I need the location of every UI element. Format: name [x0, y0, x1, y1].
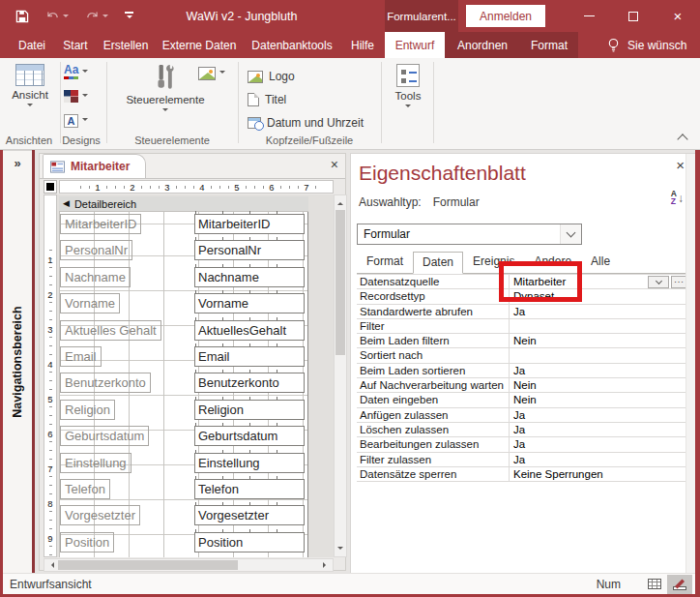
property-row[interactable]: Bearbeitungen zulassen Ja ... [357, 437, 689, 452]
field-label[interactable]: Vorgesetzter [60, 505, 140, 525]
property-value[interactable]: Ja ... [510, 305, 689, 318]
field-label[interactable]: Vorname [60, 293, 120, 313]
close-button[interactable]: × [656, 0, 700, 32]
tab-anordnen[interactable]: Anordnen [445, 32, 520, 58]
date-time-button[interactable]: Datum und Uhrzeit [248, 116, 364, 130]
property-row[interactable]: Beim Laden sortieren Ja ... [357, 364, 689, 378]
field-textbox[interactable]: Benutzerkonto [194, 373, 305, 393]
property-value[interactable]: Ja ... [510, 437, 689, 451]
field-label[interactable]: Nachname [60, 267, 131, 287]
panel-close-icon[interactable]: × [676, 158, 685, 172]
property-value[interactable]: Nein ... [510, 378, 689, 392]
property-value[interactable]: Ja ... [510, 364, 689, 377]
scroll-down-icon[interactable] [337, 547, 343, 552]
view-button[interactable]: Ansicht [8, 64, 52, 109]
field-textbox[interactable]: Nachname [194, 267, 305, 287]
tab-entwurf-active[interactable]: Entwurf [385, 32, 445, 58]
vertical-scrollbar[interactable] [334, 194, 347, 557]
tab-format[interactable]: Format [520, 32, 578, 58]
property-row[interactable]: Sortiert nach ... [357, 348, 689, 363]
property-row[interactable]: Anfügen zulassen Ja ... [357, 408, 689, 423]
property-row[interactable]: Filter zulassen Ja ... [357, 453, 689, 467]
expand-navigation-button[interactable]: » [3, 151, 32, 170]
panel-scrollbar[interactable] [685, 154, 695, 573]
save-button[interactable] [15, 10, 29, 23]
field-label[interactable]: Telefon [60, 479, 110, 499]
sort-az-button[interactable]: AZ ↓ [671, 191, 684, 205]
document-tab-mitarbeiter[interactable]: Mitarbeiter [43, 154, 146, 178]
field-label[interactable]: MitarbeiterID [60, 214, 141, 234]
insert-image-button[interactable] [198, 67, 225, 80]
tell-me-button[interactable]: Sie wünsch [607, 32, 700, 58]
property-value[interactable]: Ja ... [510, 453, 689, 466]
property-tab-alle[interactable]: Alle [581, 251, 620, 273]
vertical-scrollbar-thumb[interactable] [335, 210, 345, 355]
horizontal-scrollbar-thumb[interactable] [58, 560, 238, 570]
tab-hilfe[interactable]: Hilfe [340, 32, 385, 58]
field-textbox[interactable]: AktuellesGehalt [194, 320, 305, 341]
title-button[interactable]: Titel [248, 93, 286, 106]
fonts-button[interactable]: A [64, 114, 88, 128]
combobox-dropdown-button[interactable] [560, 224, 581, 244]
undo-button[interactable] [45, 11, 69, 21]
scroll-right-icon[interactable] [323, 562, 329, 568]
property-row[interactable]: Datensätze sperren Keine Sperrungen ... [357, 467, 689, 482]
property-row[interactable]: Auf Nachverarbeitung warten Nein ... [357, 378, 689, 393]
object-selector-combobox[interactable]: Formular [357, 224, 582, 245]
property-row[interactable]: Filter ... [357, 319, 689, 334]
field-label[interactable]: PersonalNr [60, 240, 132, 260]
property-value[interactable]: Ja ... [510, 408, 689, 422]
field-textbox[interactable]: Email [194, 346, 305, 367]
tab-erstellen[interactable]: Erstellen [97, 32, 155, 58]
field-label[interactable]: Position [60, 532, 114, 552]
field-label[interactable]: Benutzerkonto [60, 373, 151, 393]
property-value[interactable]: ... [510, 319, 689, 333]
collapse-ribbon-button[interactable] [675, 132, 690, 145]
field-textbox[interactable]: Einstellung [194, 453, 305, 473]
horizontal-scrollbar[interactable] [44, 558, 334, 572]
field-textbox[interactable]: PersonalNr [194, 240, 305, 260]
property-value[interactable]: ... [510, 348, 689, 362]
field-textbox[interactable]: Vorgesetzter [194, 505, 305, 525]
field-label[interactable]: Religion [60, 400, 115, 420]
minimize-button[interactable] [567, 0, 611, 32]
tab-start[interactable]: Start [54, 32, 97, 58]
tools-button[interactable]: Tools [387, 64, 429, 110]
datasheet-view-button[interactable] [642, 575, 667, 594]
maximize-button[interactable] [611, 0, 656, 32]
navigation-pane-divider[interactable] [32, 150, 35, 573]
property-value[interactable]: Nein ... [510, 393, 689, 406]
property-row[interactable]: Daten eingeben Nein ... [357, 393, 689, 407]
customize-qat-button[interactable] [125, 12, 133, 21]
field-textbox[interactable]: MitarbeiterID [194, 214, 305, 234]
field-label[interactable]: Geburtsdatum [60, 426, 149, 446]
field-label[interactable]: Aktuelles Gehalt [60, 320, 161, 341]
form-selector-button[interactable] [44, 180, 57, 194]
field-textbox[interactable]: Geburtsdatum [194, 426, 305, 446]
document-close-icon[interactable]: × [331, 158, 338, 171]
field-textbox[interactable]: Vorname [194, 293, 305, 313]
scroll-up-icon[interactable] [337, 199, 343, 205]
property-tab-format[interactable]: Format [357, 251, 413, 273]
property-row[interactable]: Beim Laden filtern Nein ... [357, 334, 689, 348]
property-row[interactable]: Standardwerte abrufen Ja ... [357, 305, 689, 319]
logo-button[interactable]: Logo [248, 70, 295, 83]
field-textbox[interactable]: Position [194, 532, 305, 552]
property-value[interactable]: Nein ... [510, 334, 689, 347]
tab-datenbanktools[interactable]: Datenbanktools [244, 32, 340, 58]
property-row[interactable]: Löschen zulassen Ja ... [357, 423, 689, 437]
field-textbox[interactable]: Religion [194, 400, 305, 420]
navigation-pane-collapsed[interactable]: » Navigationsbereich [3, 150, 32, 573]
tab-externe-daten[interactable]: Externe Daten [155, 32, 244, 58]
scroll-left-icon[interactable] [48, 562, 54, 568]
field-label[interactable]: Email [60, 346, 102, 367]
sign-in-button[interactable]: Anmelden [466, 5, 545, 27]
redo-button[interactable] [85, 11, 108, 21]
design-view-button[interactable] [667, 575, 692, 594]
property-value[interactable]: Ja ... [510, 423, 689, 436]
property-tab-daten-active[interactable]: Daten [413, 252, 463, 274]
colors-button[interactable] [64, 90, 88, 103]
property-value[interactable]: Keine Sperrungen ... [510, 467, 689, 481]
tab-datei[interactable]: Datei [10, 32, 54, 58]
themes-button[interactable]: Aa [64, 65, 88, 79]
